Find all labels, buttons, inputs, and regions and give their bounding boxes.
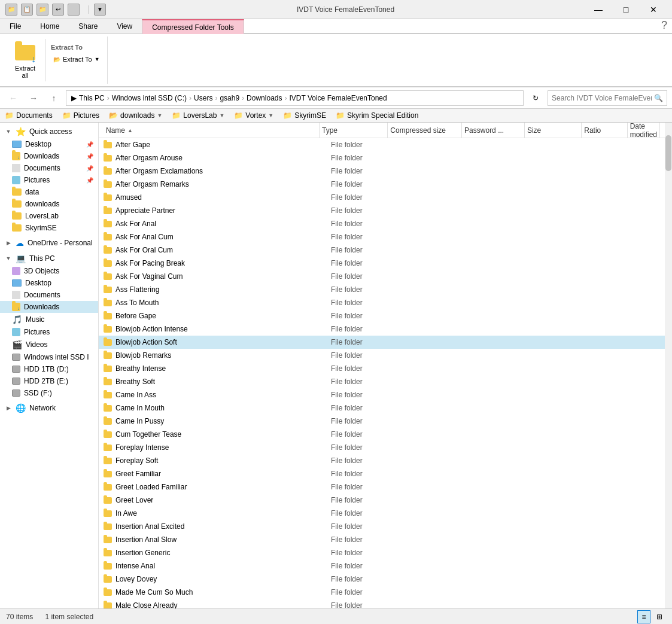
table-row[interactable]: Insertion Anal Excited File folder	[99, 520, 665, 533]
undo-icon[interactable]: ↩	[52, 4, 64, 16]
recent-documents[interactable]: 📁 Documents	[5, 111, 53, 120]
table-row[interactable]: Lovey Dovey File folder	[99, 573, 665, 586]
tab-view[interactable]: View	[107, 19, 142, 34]
sidebar-item-loverslab[interactable]: LoversLab	[0, 210, 98, 222]
sidebar-onedrive[interactable]: ▶ ☁ OneDrive - Personal	[0, 236, 98, 249]
sidebar-item-music[interactable]: 🎵 Music	[0, 313, 98, 326]
extract-all-button[interactable]: ↓ Extract all	[10, 39, 41, 81]
view-large-icons-button[interactable]: ⊞	[653, 610, 666, 623]
view-details-button[interactable]: ≡	[637, 610, 650, 623]
sidebar-item-3dobjects[interactable]: 3D Objects	[0, 265, 98, 277]
table-row[interactable]: Blowjob Action Intense File folder	[99, 322, 665, 336]
sidebar-item-data[interactable]: data	[0, 186, 98, 198]
sidebar-item-hdd1tb[interactable]: HDD 1TB (D:)	[0, 363, 98, 375]
col-header-name[interactable]: Name ▲	[104, 123, 320, 138]
recent-skyrimse-dropdown[interactable]: 📁 SkyrimSE	[283, 111, 326, 120]
recent-skyrim-special-dropdown[interactable]: 📁 Skyrim Special Edition	[336, 111, 418, 120]
table-row[interactable]: Male Close Already File folder	[99, 599, 665, 608]
sidebar-item-ssd[interactable]: SSD (F:)	[0, 387, 98, 399]
table-row[interactable]: Blowjob Remarks File folder	[99, 349, 665, 362]
table-row[interactable]: Ass Flattering File folder	[99, 283, 665, 296]
tab-file[interactable]: File	[0, 19, 31, 34]
table-row[interactable]: Greet Loaded Familiar File folder	[99, 480, 665, 494]
sidebar-item-downloads-pc[interactable]: Downloads	[0, 301, 98, 313]
recent-pictures[interactable]: 📁 Pictures	[62, 111, 99, 120]
table-row[interactable]: Made Me Cum So Much File folder	[99, 586, 665, 599]
table-row[interactable]: Before Gape File folder	[99, 309, 665, 322]
col-header-compressed[interactable]: Compressed size	[388, 123, 462, 138]
quick-access-icon[interactable]: 📋	[21, 4, 33, 16]
sidebar-item-documents-pc[interactable]: Documents	[0, 289, 98, 301]
tab-compressed-folder-tools[interactable]: Compressed Folder Tools	[142, 19, 244, 34]
sidebar-item-hdd2tb[interactable]: HDD 2TB (E:)	[0, 375, 98, 387]
table-row[interactable]: After Orgasm Remarks File folder	[99, 178, 665, 191]
col-header-date[interactable]: Date modified	[628, 123, 660, 138]
table-row[interactable]: Came In Ass File folder	[99, 388, 665, 401]
recent-vortex-dropdown[interactable]: 📁 Vortex ▼	[234, 111, 273, 120]
table-row[interactable]: Ask For Anal File folder	[99, 217, 665, 230]
table-row[interactable]: Came In Pussy File folder	[99, 415, 665, 428]
table-row[interactable]: In Awe File folder	[99, 507, 665, 520]
sidebar-this-pc[interactable]: ▼ 💻 This PC	[0, 252, 98, 265]
table-row[interactable]: After Orgasm Exclamations File folder	[99, 165, 665, 178]
table-row[interactable]: Ask For Vaginal Cum File folder	[99, 270, 665, 283]
breadcrumb[interactable]: ▶ This PC › Windows intel SSD (C:) › Use…	[66, 90, 524, 106]
table-row[interactable]: Foreplay Soft File folder	[99, 454, 665, 467]
back-button[interactable]: ←	[5, 90, 22, 106]
maximize-button[interactable]: □	[612, 0, 640, 19]
down-arrow-icon[interactable]: ▼	[94, 4, 106, 16]
table-row[interactable]: Greet Familiar File folder	[99, 467, 665, 480]
sidebar-item-pictures[interactable]: Pictures 📌	[0, 174, 98, 186]
sidebar-network[interactable]: ▶ 🌐 Network	[0, 401, 98, 415]
vertical-scrollbar[interactable]	[665, 123, 672, 608]
table-row[interactable]: Appreciate Partner File folder	[99, 204, 665, 217]
table-row[interactable]: Foreplay Intense File folder	[99, 441, 665, 454]
table-row[interactable]: Breathy Soft File folder	[99, 375, 665, 388]
table-row[interactable]: Intense Anal File folder	[99, 559, 665, 573]
col-header-type[interactable]: Type	[320, 123, 388, 138]
table-row[interactable]: Ass To Mouth File folder	[99, 296, 665, 309]
recent-downloads-dropdown[interactable]: 📂 downloads ▼	[109, 111, 162, 120]
sidebar-item-windows-ssd[interactable]: Windows intel SSD I	[0, 351, 98, 363]
col-header-ratio[interactable]: Ratio	[582, 123, 627, 138]
forward-button[interactable]: →	[25, 90, 42, 106]
sidebar-item-downloads2[interactable]: downloads	[0, 198, 98, 210]
redo-icon[interactable]: ↪	[68, 4, 80, 16]
new-folder-icon[interactable]: 📁	[37, 4, 48, 16]
tab-share[interactable]: Share	[69, 19, 107, 34]
col-header-password[interactable]: Password ...	[462, 123, 525, 138]
table-row[interactable]: After Orgasm Arouse File folder	[99, 151, 665, 165]
table-row[interactable]: Ask For Anal Cum File folder	[99, 230, 665, 243]
help-icon[interactable]: ?	[661, 19, 667, 32]
table-row[interactable]: After Gape File folder	[99, 138, 665, 151]
table-row[interactable]: Blowjob Action Soft File folder	[99, 336, 665, 349]
sidebar-item-documents[interactable]: Documents 📌	[0, 162, 98, 174]
table-row[interactable]: Amused File folder	[99, 191, 665, 204]
table-row[interactable]: Ask For Oral Cum File folder	[99, 243, 665, 257]
table-row[interactable]: Insertion Anal Slow File folder	[99, 533, 665, 546]
sidebar-item-skyrimse[interactable]: SkyrimSE	[0, 222, 98, 234]
close-button[interactable]: ✕	[640, 0, 667, 19]
table-row[interactable]: Cum Together Tease File folder	[99, 428, 665, 441]
col-header-size[interactable]: Size	[525, 123, 582, 138]
recent-loverslab-dropdown[interactable]: 📁 LoversLab ▼	[172, 111, 224, 120]
sidebar-item-pictures-pc[interactable]: Pictures	[0, 326, 98, 338]
minimize-button[interactable]: —	[585, 0, 612, 19]
table-row[interactable]: Came In Mouth File folder	[99, 401, 665, 415]
scroll-thumb[interactable]	[665, 135, 671, 171]
sidebar-item-desktop-pc[interactable]: Desktop	[0, 277, 98, 289]
extract-to-dropdown[interactable]: 📂Extract To▼	[51, 54, 102, 64]
sidebar-quick-access[interactable]: ▼ ⭐ Quick access	[0, 125, 98, 138]
table-row[interactable]: Breathy Intense File folder	[99, 362, 665, 375]
sidebar-item-videos[interactable]: 🎬 Videos	[0, 338, 98, 351]
search-icon[interactable]: 🔍	[654, 94, 663, 102]
search-input[interactable]	[552, 94, 652, 102]
table-row[interactable]: Greet Lover File folder	[99, 494, 665, 507]
refresh-button[interactable]: ↻	[527, 90, 544, 106]
up-button[interactable]: ↑	[45, 90, 62, 106]
sidebar-item-desktop[interactable]: Desktop 📌	[0, 138, 98, 150]
tab-home[interactable]: Home	[31, 19, 69, 34]
sidebar-item-downloads[interactable]: Downloads 📌	[0, 150, 98, 162]
table-row[interactable]: Insertion Generic File folder	[99, 546, 665, 559]
table-row[interactable]: Ask For Pacing Break File folder	[99, 257, 665, 270]
